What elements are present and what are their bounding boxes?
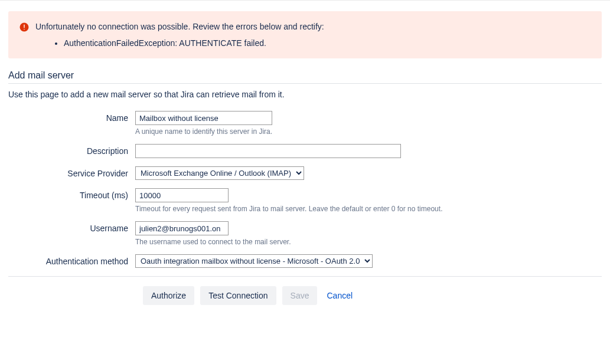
username-help: The username used to connect to the mail…: [135, 238, 602, 246]
test-connection-button[interactable]: Test Connection: [200, 286, 276, 305]
error-list: AuthenticationFailedException: AUTHENTIC…: [35, 38, 591, 48]
svg-rect-1: [24, 25, 25, 28]
top-border: [0, 0, 610, 1]
timeout-label: Timeout (ms): [8, 188, 135, 200]
buttons-bar: Authorize Test Connection Save Cancel: [8, 276, 602, 305]
error-message-box: Unfortunately no connection was possible…: [8, 11, 602, 58]
error-item: AuthenticationFailedException: AUTHENTIC…: [64, 38, 591, 48]
cancel-button[interactable]: Cancel: [323, 286, 356, 305]
error-icon: [19, 22, 30, 32]
page-title: Add mail server: [8, 67, 602, 84]
name-label: Name: [8, 111, 135, 123]
timeout-help: Timeout for every request sent from Jira…: [135, 205, 602, 213]
authorize-button[interactable]: Authorize: [143, 286, 194, 305]
description-input[interactable]: [135, 144, 401, 158]
service-provider-select[interactable]: Microsoft Exchange Online / Outlook (IMA…: [135, 166, 304, 180]
error-title: Unfortunately no connection was possible…: [35, 22, 591, 31]
timeout-input[interactable]: [135, 188, 229, 202]
description-label: Description: [8, 144, 135, 156]
name-help: A unique name to identify this server in…: [135, 127, 602, 136]
username-label: Username: [8, 221, 135, 233]
page-description: Use this page to add a new mail server s…: [8, 90, 602, 99]
service-provider-label: Service Provider: [8, 166, 135, 178]
auth-method-select[interactable]: Oauth integration mailbox without licens…: [135, 254, 373, 268]
name-input[interactable]: [135, 111, 272, 125]
save-button: Save: [282, 286, 318, 305]
svg-rect-2: [24, 29, 25, 30]
username-input[interactable]: [135, 221, 229, 235]
auth-method-label: Authentication method: [8, 254, 135, 266]
